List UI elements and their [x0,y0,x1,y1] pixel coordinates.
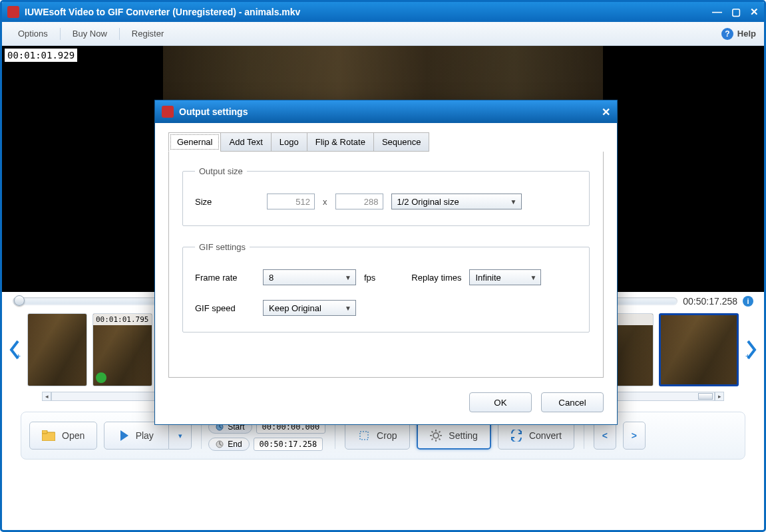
gif-settings-legend: GIF settings [195,242,250,252]
chevron-left-icon: < [602,430,608,441]
chevron-down-icon: ▼ [345,305,351,312]
menu-register[interactable]: Register [124,29,172,39]
tab-logo[interactable]: Logo [271,132,307,152]
folder-icon [42,430,55,441]
prev-small-button[interactable]: < [594,422,616,450]
menu-help[interactable]: ? Help [721,28,756,40]
separator [119,28,120,40]
frame-rate-label: Frame rate [195,273,255,283]
help-label: Help [737,29,756,39]
chevron-right-icon: > [632,430,637,441]
play-icon [120,430,129,441]
crop-icon [358,430,370,442]
timeline-knob[interactable] [14,295,25,306]
thumbs-next-icon[interactable]: + [744,336,759,364]
separator [584,422,584,449]
gif-speed-select[interactable]: Keep Original ▼ [263,300,356,316]
chevron-down-icon: ▼ [510,198,517,205]
app-logo-icon [162,106,174,118]
convert-icon [510,430,522,442]
crop-button[interactable]: Crop [345,422,410,450]
height-input[interactable] [335,194,383,209]
cancel-button[interactable]: Cancel [541,392,604,412]
svg-line-13 [439,439,441,440]
dialog-title: Output settings [179,106,248,117]
dialog-close-icon[interactable]: ✕ [602,106,610,118]
scroll-right-icon[interactable]: ▸ [715,392,724,401]
scrollbar-thumb[interactable] [698,393,713,400]
output-settings-dialog: Output settings ✕ Genernal Add Text Logo… [154,100,618,425]
thumbnail-timecode: 00:01:01.795 [93,314,152,325]
replay-times-select[interactable]: Infinite ▼ [469,269,541,285]
setting-label: Setting [449,430,478,441]
separator [60,28,61,40]
menu-buy-now[interactable]: Buy Now [65,29,115,39]
maximize-icon[interactable]: ▢ [731,6,741,18]
frame-rate-select[interactable]: 8 ▼ [263,269,356,285]
replay-times-value: Infinite [475,273,500,283]
window-title: IUWEsoft Video to GIF Converter (Unregis… [25,7,300,17]
setting-button[interactable]: Setting [417,422,491,450]
gif-settings-group: GIF settings Frame rate 8 ▼ fps Replay t… [182,242,590,332]
menubar: Options Buy Now Register ? Help [2,22,764,46]
duration-label: 00:50:17.258 [683,296,737,307]
svg-line-14 [439,432,441,433]
tab-sequence[interactable]: Sequence [373,132,430,152]
thumbnail[interactable]: 00:01:01.795 [93,313,152,386]
x-label: x [323,197,327,207]
chevron-down-icon: ▼ [345,274,351,281]
play-button[interactable]: Play [104,422,169,450]
svg-rect-6 [360,432,368,440]
convert-label: Convert [529,430,562,441]
chevron-down-icon: ▼ [530,274,537,281]
info-icon[interactable]: i [743,296,753,307]
output-size-group: Output size Size x 1/2 Original size ▼ [182,166,590,226]
crop-label: Crop [377,430,397,441]
convert-button[interactable]: Convert [498,422,574,450]
replay-times-label: Replay times [411,273,461,283]
open-button[interactable]: Open [29,422,97,450]
svg-text:+: + [16,352,21,360]
end-time-input[interactable]: 00:50:17.258 [254,438,323,451]
app-logo-icon [7,6,19,18]
thumbnail[interactable] [27,313,87,386]
fps-label: fps [364,273,375,283]
svg-line-15 [432,439,433,440]
tab-general[interactable]: Genernal [168,132,221,152]
width-input[interactable] [267,194,315,209]
scroll-left-icon[interactable]: ◂ [42,392,51,401]
thumbnail-badge-icon [96,372,106,383]
frame-rate-value: 8 [269,273,274,283]
dialog-titlebar: Output settings ✕ [155,100,617,123]
size-preset-value: 1/2 Original size [397,197,459,207]
svg-text:+: + [745,352,750,360]
menu-options[interactable]: Options [10,29,56,39]
minimize-icon[interactable]: — [712,6,722,18]
thumbnail-selected[interactable] [659,313,739,386]
ok-button[interactable]: OK [469,392,532,412]
svg-rect-3 [42,430,47,434]
size-label: Size [195,197,259,207]
end-label: End [228,440,242,449]
open-label: Open [62,430,85,441]
help-icon: ? [721,28,733,40]
svg-line-12 [432,432,433,433]
tab-add-text[interactable]: Add Text [220,132,271,152]
chevron-down-icon: ▾ [178,432,182,440]
svg-point-7 [433,433,439,438]
titlebar: IUWEsoft Video to GIF Converter (Unregis… [2,2,764,22]
gif-speed-value: Keep Original [269,303,321,313]
separator [201,422,202,449]
thumbs-prev-icon[interactable]: + [7,336,22,364]
separator [335,422,335,449]
play-label: Play [136,430,154,441]
tab-flip-rotate[interactable]: Flip & Rotate [307,132,374,152]
clock-end-icon [216,440,224,448]
size-preset-select[interactable]: 1/2 Original size ▼ [391,194,522,209]
output-size-legend: Output size [195,166,247,176]
play-menu-button[interactable]: ▾ [169,422,192,450]
end-button[interactable]: End [208,438,249,451]
close-icon[interactable]: ✕ [750,6,759,18]
next-small-button[interactable]: > [623,422,646,450]
preview-timecode: 00:01:01.929 [5,49,77,62]
